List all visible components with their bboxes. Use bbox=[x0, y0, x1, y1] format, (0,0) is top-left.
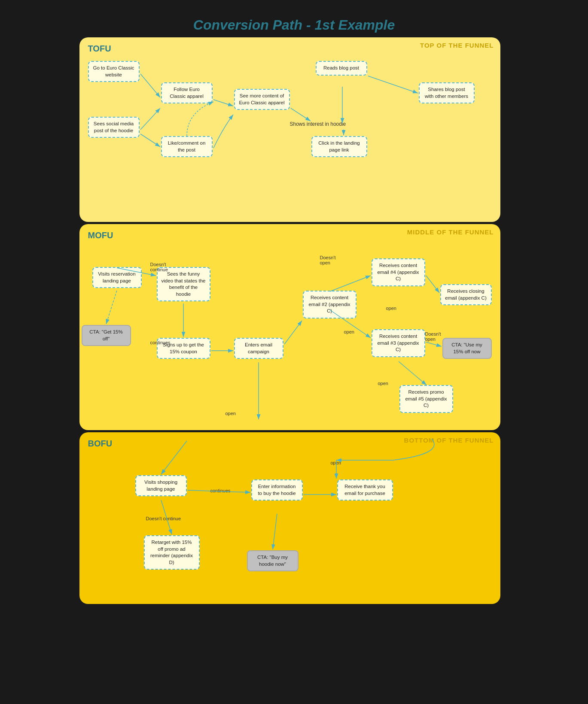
svg-line-19 bbox=[399, 361, 427, 385]
mofu-section: MIDDLE OF THE FUNNEL MOFU Visits reserva… bbox=[79, 224, 500, 430]
tofu-node-3: Follow Euro Classic apparel bbox=[161, 82, 213, 103]
tofu-node-5: See more content of Euro Classic apparel bbox=[234, 89, 290, 110]
bofu-node-1: Visits shopping landing page bbox=[135, 475, 187, 496]
svg-line-5 bbox=[291, 108, 311, 121]
bot-funnel-label: BOTTOM OF THE FUNNEL bbox=[404, 437, 494, 444]
mofu-dc2-label: Doesn'topen bbox=[320, 255, 336, 265]
bofu-shape: BOTTOM OF THE FUNNEL BOFU Visits shoppin… bbox=[79, 432, 500, 604]
tofu-section: TOP OF THE FUNNEL TOFU Go to Euro Classi… bbox=[79, 37, 500, 222]
tofu-node-2: Sees social media post of the hoodie bbox=[88, 117, 140, 138]
mofu-open4-label: open bbox=[225, 411, 236, 416]
svg-line-11 bbox=[106, 291, 117, 324]
svg-line-17 bbox=[426, 276, 439, 293]
svg-line-2 bbox=[140, 108, 160, 130]
svg-line-3 bbox=[140, 134, 160, 147]
bofu-arrows bbox=[79, 432, 500, 604]
mofu-dc3-label: Doesn'topen bbox=[425, 331, 441, 342]
tofu-node-8: Click in the landing page link bbox=[311, 136, 367, 157]
svg-line-26 bbox=[273, 514, 277, 549]
mid-funnel-label: MIDDLE OF THE FUNNEL bbox=[407, 228, 494, 236]
mofu-node-1: Visits reservation landing page bbox=[92, 267, 142, 288]
mofu-open3-label: open bbox=[378, 381, 388, 386]
svg-line-15 bbox=[330, 276, 371, 291]
bofu-cta: CTA: "Buy my hoodie now" bbox=[247, 550, 299, 571]
mofu-c1-label: continues bbox=[150, 340, 171, 345]
tofu-title: TOFU bbox=[88, 44, 111, 54]
tofu-interest-label: Shows interest in hoodie bbox=[290, 121, 346, 127]
tofu-node-6: Reads blog post bbox=[316, 61, 367, 76]
tofu-shape: TOP OF THE FUNNEL TOFU Go to Euro Classi… bbox=[79, 37, 500, 222]
mofu-node-9: Receives closing email (appendix C) bbox=[440, 284, 492, 305]
top-funnel-label: TOP OF THE FUNNEL bbox=[420, 42, 494, 49]
tofu-node-4: Like/comment on the post bbox=[161, 136, 213, 157]
svg-line-4 bbox=[213, 100, 233, 106]
svg-line-8 bbox=[368, 76, 418, 93]
mofu-shape: MIDDLE OF THE FUNNEL MOFU Visits reserva… bbox=[79, 224, 500, 430]
page-title: Conversion Path - 1st Example bbox=[79, 9, 509, 37]
bofu-node-2: Enter information to buy the hoodie bbox=[251, 479, 303, 501]
mofu-cta1: CTA: "Get 15% off" bbox=[82, 325, 131, 346]
svg-line-1 bbox=[140, 74, 160, 97]
bofu-dc-label: Doesn't continue bbox=[146, 516, 181, 521]
mofu-node-6: Receives content email #2 (appendix C) bbox=[303, 291, 356, 319]
bofu-node-3: Receive thank you email for purchase bbox=[337, 479, 393, 501]
mofu-dc1-label: Doesn'tcontinue bbox=[150, 262, 168, 272]
mofu-open1-label: open bbox=[344, 329, 354, 334]
bofu-title: BOFU bbox=[88, 439, 113, 449]
mofu-node-8: Receives content email #3 (appendix C) bbox=[372, 329, 425, 357]
svg-line-18 bbox=[426, 342, 442, 346]
mofu-node-5: Enters email campaign bbox=[234, 338, 283, 359]
mofu-node-11: Receives promo email #5 (appendix C) bbox=[399, 385, 453, 413]
svg-line-22 bbox=[161, 441, 187, 474]
svg-line-14 bbox=[284, 321, 302, 344]
mofu-node-7: Receives content email #4 (appendix C) bbox=[372, 258, 425, 286]
mofu-node-3: Sees the funny video that states the ben… bbox=[157, 267, 210, 301]
mofu-title: MOFU bbox=[88, 231, 113, 240]
bofu-node-4: Retarget with 15% off promo ad reminder … bbox=[144, 535, 200, 570]
tofu-node-9: Shares blog post with other members bbox=[419, 82, 475, 103]
tofu-node-1: Go to Euro Classic website bbox=[88, 61, 140, 82]
bofu-section: BOTTOM OF THE FUNNEL BOFU Visits shoppin… bbox=[79, 432, 500, 604]
bofu-open-label: open bbox=[331, 460, 341, 465]
mofu-cta2: CTA: "Use my 15% off now bbox=[442, 338, 492, 359]
mofu-open2-label: open bbox=[386, 306, 396, 311]
tofu-arrows bbox=[79, 37, 500, 222]
bofu-c-label: continues bbox=[210, 488, 231, 493]
